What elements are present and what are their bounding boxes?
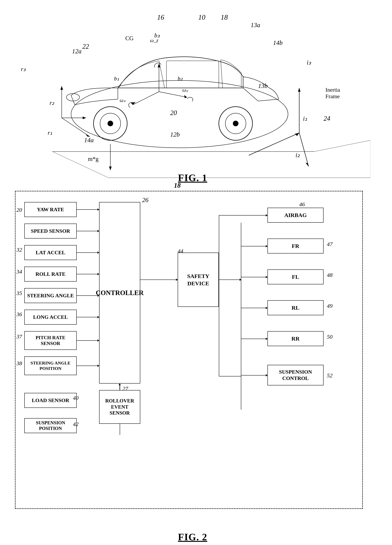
label-10: 10: [198, 13, 205, 21]
arrow-steering-pos: [77, 365, 99, 366]
arrow-long: [77, 317, 99, 317]
label-omegax: ωₓ: [120, 97, 126, 103]
num-26: 26: [142, 197, 148, 204]
svg-marker-26: [83, 117, 86, 119]
fig1-svg: 10 16 18 13a 14b 13b CG 22 b₃ ω_z b₁ b₂ …: [15, 4, 370, 183]
num-20: 20: [17, 207, 22, 213]
num-37: 37: [17, 333, 22, 340]
long-accel-block: LONG ACCEL: [24, 310, 77, 325]
label-b1: b₁: [114, 75, 119, 81]
rr-block: RR: [267, 331, 324, 346]
num-34: 34: [17, 268, 22, 275]
num-44: 44: [178, 248, 183, 254]
load-sensor-block: LOAD SENSOR: [24, 393, 77, 408]
suspension-control-block: SUSPENSIONCONTROL: [267, 365, 324, 385]
label-i2: i₂: [295, 152, 300, 158]
svg-marker-22: [60, 86, 63, 90]
line-rollover-down: [120, 424, 120, 435]
controller-block: CONTROLLER: [99, 202, 140, 384]
svg-marker-24: [86, 134, 90, 136]
airbag-block: AIRBAG: [267, 208, 324, 223]
num-35: 35: [17, 290, 22, 296]
label-i3: i₃: [307, 59, 311, 66]
arrow-fr: [241, 246, 267, 246]
num-40: 40: [73, 395, 79, 401]
label-omegay: ωᵧ: [182, 87, 189, 93]
rollover-event-sensor-block: ROLLOVEREVENTSENSOR: [99, 390, 140, 424]
num-38: 38: [17, 360, 22, 366]
num-48: 48: [327, 272, 332, 278]
fig2-container: 18 YAW RATE 20 SPEED SENSOR LAT ACCEL 32…: [15, 191, 370, 528]
num-50: 50: [327, 334, 332, 340]
arrow-suspension-ctrl: [241, 375, 267, 376]
arrow-roll: [77, 274, 99, 274]
label-22: 22: [82, 43, 89, 50]
label-24: 24: [324, 115, 330, 122]
arrow-lat: [77, 252, 99, 253]
speed-sensor-block: SPEED SENSOR: [24, 223, 77, 239]
rl-block: RL: [267, 300, 324, 315]
lat-accel-block: LAT ACCEL: [24, 245, 77, 260]
h-line-top: [219, 215, 241, 216]
line-vertical-outputs: [241, 223, 241, 410]
label-inertia-frame: Inertia: [325, 87, 340, 93]
line-rollover-controller: [120, 384, 120, 390]
pitch-rate-block: PITCH RATESENSOR: [24, 331, 77, 350]
v-line-left: [219, 215, 219, 376]
arrow-controller-safety: [140, 279, 178, 280]
safety-device-block: SAFETYDEVICE: [178, 253, 219, 307]
arrow-pitch: [77, 340, 99, 341]
arrow-safety-outputs: [219, 279, 241, 280]
svg-line-17: [299, 133, 309, 167]
suspension-position-block: SUSPENSIONPOSITION: [24, 418, 77, 433]
num-52: 52: [327, 372, 332, 379]
label-r1: r₁: [48, 129, 52, 136]
svg-line-15: [249, 133, 299, 155]
label-20: 20: [170, 109, 177, 117]
svg-line-9: [133, 92, 159, 105]
steering-angle-block: STEERING ANGLE: [24, 288, 77, 303]
label-14a: 14a: [84, 136, 94, 143]
label-frame: Frame: [325, 93, 340, 99]
svg-marker-16: [295, 133, 299, 136]
svg-marker-20: [298, 88, 300, 92]
diagram-number-18: 18: [174, 181, 181, 189]
label-14b: 14b: [273, 39, 283, 46]
roll-rate-block: ROLL RATE: [24, 266, 77, 282]
arrow-speed: [77, 231, 99, 231]
num-27: 27: [122, 385, 128, 392]
label-13a: 13a: [251, 22, 260, 28]
arrow-rl: [241, 308, 267, 308]
svg-marker-12: [184, 95, 187, 98]
svg-line-23: [62, 118, 90, 136]
label-16: 16: [157, 13, 164, 21]
label-12b: 12b: [170, 131, 180, 138]
label-18: 18: [221, 13, 228, 21]
yaw-rate-block: YAW RATE: [24, 202, 77, 217]
svg-marker-33: [109, 167, 112, 170]
label-12a: 12a: [72, 48, 81, 55]
label-13b: 13b: [258, 82, 268, 89]
num-32: 32: [17, 247, 22, 253]
label-omegaz: ω_z: [150, 37, 158, 43]
svg-line-29: [314, 140, 370, 152]
arrow-yaw: [77, 209, 99, 210]
num-47: 47: [327, 241, 332, 247]
svg-rect-7: [166, 61, 219, 88]
arrow-fl: [241, 277, 267, 277]
label-r3: r₃: [21, 66, 26, 72]
h-line-bot: [219, 376, 241, 377]
fr-block: FR: [267, 239, 324, 254]
arrow-rr: [241, 339, 267, 339]
label-mg: m*g: [88, 155, 98, 162]
label-i1: i₁: [303, 115, 307, 122]
fl-block: FL: [267, 269, 324, 284]
fig1-container: 10 16 18 13a 14b 13b CG 22 b₃ ω_z b₁ b₂ …: [15, 4, 370, 183]
num-49: 49: [327, 303, 332, 309]
num-42: 42: [73, 421, 79, 427]
label-b2: b₂: [178, 75, 183, 81]
num-36: 36: [17, 311, 22, 317]
label-r2: r₂: [49, 99, 55, 106]
fig2-title: FIG. 2: [178, 532, 207, 543]
svg-point-6: [233, 121, 239, 126]
